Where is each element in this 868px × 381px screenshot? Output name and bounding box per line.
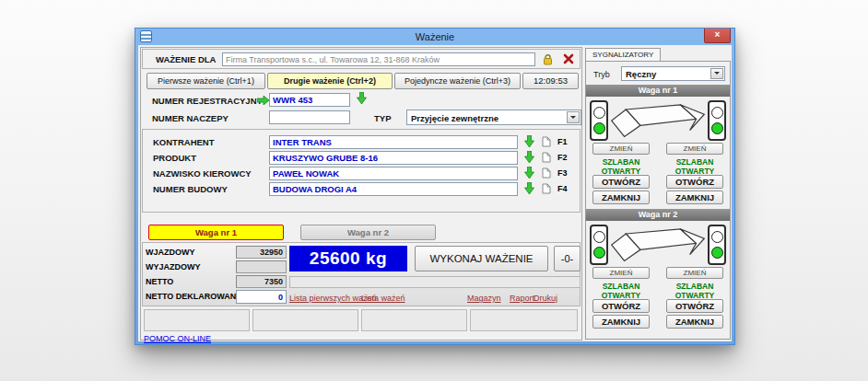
- weighing-for-input[interactable]: [222, 52, 535, 66]
- lock-icon[interactable]: [543, 53, 553, 65]
- field-row-produkt: PRODUKT F2: [143, 150, 580, 166]
- barrier-status-right: SZLABAN OTWARTY: [663, 282, 726, 300]
- produkt-input[interactable]: [269, 151, 518, 165]
- change-right-button[interactable]: ZMIEŃ: [666, 267, 723, 279]
- close-right-button[interactable]: ZAMKNIJ: [666, 190, 723, 204]
- net-weight-label: NETTO: [146, 277, 173, 286]
- red-bulb-off: [711, 107, 723, 119]
- report-link[interactable]: Raport: [510, 294, 534, 303]
- new-document-icon[interactable]: [542, 136, 551, 147]
- live-weight-display: 25600 kg: [289, 246, 407, 271]
- field-row-budowa: NUMER BUDOWY F4: [143, 181, 580, 197]
- arrow-right-icon: [257, 96, 270, 105]
- new-document-icon[interactable]: [542, 183, 551, 194]
- trailer-number-input[interactable]: [269, 110, 350, 124]
- weighing-status-bar: [289, 276, 581, 288]
- type-label: TYP: [374, 113, 391, 123]
- weighing-for-box: WAŻENIE DLA: [142, 49, 581, 69]
- registration-number-input[interactable]: [269, 93, 350, 107]
- field-row-kontrahent: KONTRAHENT F1: [143, 134, 580, 150]
- scale2-tab[interactable]: Waga nr 2: [300, 225, 436, 240]
- chevron-down-icon[interactable]: [567, 111, 580, 123]
- open-left-button[interactable]: OTWÓRZ: [592, 299, 650, 313]
- weighbridge-icon: [610, 103, 706, 140]
- traffic-light: [590, 100, 608, 141]
- registration-dropdown-icon[interactable]: [357, 92, 367, 105]
- mode-select[interactable]: Ręczny: [621, 66, 725, 81]
- status-box: [470, 309, 578, 331]
- red-bulb-off: [593, 107, 605, 119]
- kierowca-input[interactable]: [269, 167, 518, 180]
- status-box: [144, 309, 250, 331]
- order-fields-group: KONTRAHENT F1 PRODUKT F2 NAZWISKO KIEROW…: [142, 129, 581, 213]
- status-box: [361, 309, 467, 331]
- weighings-list-link[interactable]: Lista ważeń: [361, 294, 405, 303]
- exit-weight-label: WYJAZDOWY: [146, 262, 201, 271]
- open-left-button[interactable]: OTWÓRZ: [592, 175, 650, 189]
- field-label: PRODUKT: [153, 153, 196, 163]
- scale1-tab[interactable]: Waga nr 1: [148, 225, 284, 240]
- open-right-button[interactable]: OTWÓRZ: [666, 175, 723, 189]
- online-help-link[interactable]: POMOC ON-LINE: [144, 334, 211, 343]
- traffic-light: [708, 100, 726, 141]
- fkey-label: F4: [557, 184, 568, 193]
- net-weight-value: 7350: [236, 275, 287, 288]
- new-document-icon[interactable]: [542, 152, 551, 163]
- title-bar[interactable]: Ważenie ×: [135, 29, 734, 45]
- exit-weight-value: [236, 260, 287, 273]
- declared-net-input[interactable]: [236, 290, 287, 304]
- signals-panel: Tryb Ręczny Waga nr 1: [585, 61, 731, 340]
- registration-number-label: NUMER REJESTRACYJNY: [152, 96, 263, 106]
- tab-second-weighing[interactable]: Drugie ważenie (Ctrl+2): [267, 73, 393, 89]
- close-button[interactable]: ×: [704, 29, 731, 43]
- dropdown-arrow-icon[interactable]: [524, 182, 534, 195]
- red-bulb-off: [593, 231, 605, 243]
- chevron-down-icon[interactable]: [710, 68, 723, 79]
- scale2-section-header: Waga nr 2: [586, 209, 730, 221]
- close-right-button[interactable]: ZAMKNIJ: [666, 315, 723, 329]
- tab-first-weighing[interactable]: Pierwsze ważenie (Ctrl+1): [147, 73, 265, 89]
- green-bulb-on: [593, 247, 605, 259]
- perform-weighing-button[interactable]: WYKONAJ WAŻENIE: [415, 246, 548, 271]
- mode-select-value: Ręczny: [626, 69, 656, 79]
- dropdown-arrow-icon[interactable]: [524, 135, 534, 148]
- warehouse-link[interactable]: Magazyn: [467, 294, 501, 303]
- print-link[interactable]: Drukuj: [534, 294, 557, 303]
- dropdown-arrow-icon[interactable]: [524, 167, 534, 179]
- weighbridge-icon: [610, 227, 706, 264]
- close-left-button[interactable]: ZAMKNIJ: [592, 315, 650, 329]
- new-document-icon[interactable]: [542, 167, 551, 179]
- change-left-button[interactable]: ZMIEŃ: [592, 267, 650, 279]
- weighing-form-panel: WAŻENIE DLA Pierwsze ważenie (Ctrl+1) Dr…: [140, 47, 582, 341]
- dropdown-arrow-icon[interactable]: [524, 151, 534, 164]
- weight-section: WJAZDOWY WYJAZDOWY NETTO NETTO DEKLAROWA…: [142, 242, 581, 306]
- traffic-light: [590, 225, 608, 265]
- green-bulb-on: [711, 247, 723, 259]
- entry-weight-value: 32950: [236, 246, 287, 259]
- weighing-for-label: WAŻENIE DLA: [156, 54, 216, 64]
- close-left-button[interactable]: ZAMKNIJ: [592, 190, 650, 204]
- change-right-button[interactable]: ZMIEŃ: [666, 143, 723, 155]
- budowa-input[interactable]: [269, 182, 518, 196]
- fkey-label: F3: [557, 168, 568, 178]
- trailer-number-label: NUMER NACZEPY: [152, 113, 229, 123]
- tab-single-weighing[interactable]: Pojedyncze ważenie (Ctrl+3): [394, 73, 521, 89]
- field-row-kierowca: NAZWISKO KIEROWCY F3: [143, 166, 580, 181]
- barrier-status-left: SZLABAN OTWARTY: [590, 157, 652, 176]
- fkey-label: F2: [557, 153, 568, 162]
- field-label: NAZWISKO KIEROWCY: [153, 168, 252, 179]
- weighing-window: Ważenie × WAŻENIE DLA Pierwsze ważenie (…: [135, 28, 735, 345]
- type-select[interactable]: Przyjęcie zewnętrzne: [406, 110, 581, 125]
- entry-weight-label: WJAZDOWY: [146, 248, 195, 257]
- kontrahent-input[interactable]: [269, 135, 518, 149]
- signals-tab[interactable]: SYGNALIZATORY: [585, 48, 661, 61]
- change-left-button[interactable]: ZMIEŃ: [592, 143, 650, 155]
- clear-icon[interactable]: [563, 53, 574, 64]
- green-bulb-on: [711, 122, 723, 134]
- field-label: KONTRAHENT: [153, 137, 215, 147]
- clock-display: 12:09:53: [522, 73, 579, 89]
- open-right-button[interactable]: OTWÓRZ: [666, 299, 723, 313]
- declared-net-label: NETTO DEKLAROWANE: [146, 292, 241, 301]
- zero-button[interactable]: -0-: [554, 246, 581, 271]
- scale2-signal-section: Waga nr 2 ZMIEŃ ZMIEŃ SZLABAN OTWARTY: [586, 209, 730, 330]
